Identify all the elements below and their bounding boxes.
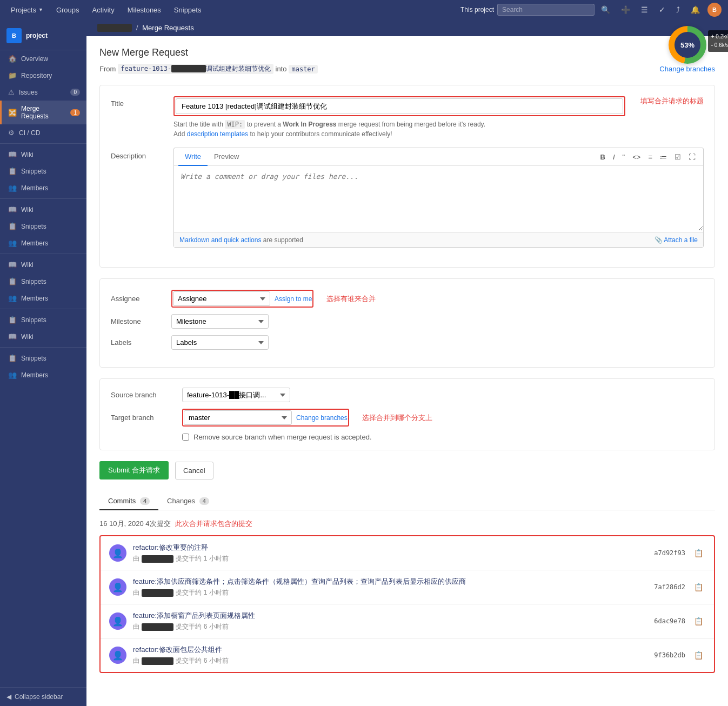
target-branch-select[interactable]: master bbox=[184, 410, 292, 425]
nav-groups[interactable]: Groups bbox=[52, 4, 84, 16]
sidebar-item-members-4[interactable]: 👥 Members bbox=[0, 367, 86, 383]
tab-commits[interactable]: Commits 4 bbox=[99, 492, 158, 510]
remove-source-label: Remove source branch when merge request … bbox=[193, 433, 372, 441]
sidebar-item-members-1[interactable]: 👥 Members bbox=[0, 179, 86, 196]
sidebar-item-label: Wiki bbox=[21, 151, 34, 158]
source-branch-label: Source branch bbox=[111, 391, 176, 399]
assignee-label: Assignee bbox=[111, 295, 165, 303]
collapse-sidebar-btn[interactable]: ◀ Collapse sidebar bbox=[0, 687, 86, 706]
change-branches-btn[interactable]: Change branches bbox=[296, 414, 348, 422]
sidebar-item-repository[interactable]: 📁 Repository bbox=[0, 67, 86, 84]
wiki-icon-2: 📖 bbox=[8, 205, 17, 214]
nav-milestones[interactable]: Milestones bbox=[123, 4, 165, 16]
members-icon-1: 👥 bbox=[8, 184, 17, 192]
submit-button[interactable]: Submit 合并请求 bbox=[99, 461, 169, 479]
sidebar-item-snippets-4[interactable]: 📋 Snippets bbox=[0, 311, 86, 328]
sidebar-item-snippets-1[interactable]: 📋 Snippets bbox=[0, 163, 86, 179]
commit-author-2 bbox=[142, 623, 173, 631]
copy-hash-btn-2[interactable]: 📋 bbox=[692, 616, 705, 627]
sidebar-project-avatar: B bbox=[6, 28, 22, 43]
sidebar-item-wiki-1[interactable]: 📖 Wiki bbox=[0, 146, 86, 163]
new-item-icon[interactable]: ➕ bbox=[618, 3, 633, 16]
description-textarea[interactable] bbox=[174, 166, 703, 231]
cancel-button[interactable]: Cancel bbox=[175, 462, 213, 479]
notifications-icon[interactable]: 🔔 bbox=[687, 3, 703, 16]
attach-file-btn[interactable]: 📎 Attach a file bbox=[654, 236, 698, 244]
quote-btn[interactable]: " bbox=[619, 152, 629, 162]
submit-area: Submit 合并请求 Cancel bbox=[99, 461, 715, 479]
copy-hash-btn-0[interactable]: 📋 bbox=[692, 548, 705, 558]
sidebar-item-wiki-4[interactable]: 📖 Wiki bbox=[0, 328, 86, 345]
assignee-select-wrapper: Assignee Assign to me bbox=[171, 290, 313, 308]
sidebar-item-snippets-5[interactable]: 📋 Snippets bbox=[0, 350, 86, 367]
sidebar-item-members-2[interactable]: 👥 Members bbox=[0, 235, 86, 251]
copy-hash-btn-3[interactable]: 📋 bbox=[692, 650, 705, 661]
sidebar-project-name: project bbox=[26, 32, 48, 39]
user-avatar[interactable]: B bbox=[707, 3, 722, 17]
ul-btn[interactable]: ≡ bbox=[645, 152, 656, 162]
markdown-link[interactable]: Markdown and quick actions bbox=[179, 236, 261, 244]
projects-chevron-icon: ▼ bbox=[38, 7, 43, 12]
fullscreen-btn[interactable]: ⛶ bbox=[685, 152, 699, 162]
sidebar-item-merge-requests[interactable]: 🔀 Merge Requests 1 bbox=[0, 101, 86, 124]
sidebar-item-wiki-2[interactable]: 📖 Wiki bbox=[0, 201, 86, 218]
bold-btn[interactable]: B bbox=[597, 152, 609, 162]
change-branches-link[interactable]: Change branches bbox=[659, 65, 715, 73]
collapse-icon: ◀ bbox=[6, 693, 11, 701]
from-branch-line: From feature-1013- 调试组建封装细节优化 into maste… bbox=[99, 64, 715, 74]
sidebar-item-issues[interactable]: ⚠ Issues 0 bbox=[0, 84, 86, 101]
commits-date-header: 16 10月, 2020 4次提交 此次合并请求包含的提交 bbox=[99, 519, 715, 529]
title-input[interactable] bbox=[176, 98, 623, 114]
italic-btn[interactable]: I bbox=[610, 152, 618, 162]
sidebar-project-header: B project bbox=[0, 24, 86, 50]
sidebar-item-members-3[interactable]: 👥 Members bbox=[0, 290, 86, 307]
commit-author-0 bbox=[142, 555, 173, 563]
nav-snippets[interactable]: Snippets bbox=[170, 4, 206, 16]
sidebar-item-cicd[interactable]: ⚙ CI / CD bbox=[0, 124, 86, 141]
wiki-icon-3: 📖 bbox=[8, 261, 17, 269]
snippets-icon-2: 📋 bbox=[8, 222, 17, 230]
tab-changes[interactable]: Changes 4 bbox=[158, 492, 218, 510]
wip-code: WIP: bbox=[225, 120, 245, 129]
copy-hash-btn-1[interactable]: 📋 bbox=[692, 582, 705, 592]
menu-icon[interactable]: ☰ bbox=[638, 3, 651, 16]
description-templates-link[interactable]: description templates bbox=[187, 130, 248, 138]
sidebar-item-label: Snippets bbox=[21, 316, 46, 324]
target-annotation: 选择合并到哪个分支上 bbox=[362, 413, 432, 423]
merge-requests-icon[interactable]: ⤴ bbox=[673, 3, 683, 16]
assignee-select[interactable]: Assignee bbox=[173, 291, 270, 306]
markdown-hint: Markdown and quick actions are supported bbox=[179, 236, 303, 244]
code-btn[interactable]: <> bbox=[629, 152, 644, 162]
stat-upload: + 0.2k/s bbox=[711, 32, 728, 41]
ol-btn[interactable]: ≔ bbox=[657, 152, 670, 162]
sidebar-item-overview[interactable]: 🏠 Overview bbox=[0, 50, 86, 67]
snippets-icon-4: 📋 bbox=[8, 316, 17, 324]
assignee-section: Assignee Assignee Assign to me 选择有谁来合并 M… bbox=[99, 278, 715, 368]
sidebar-item-wiki-3[interactable]: 📖 Wiki bbox=[0, 256, 86, 273]
sidebar-item-snippets-2[interactable]: 📋 Snippets bbox=[0, 218, 86, 235]
tab-preview[interactable]: Preview bbox=[208, 148, 245, 166]
milestone-select[interactable]: Milestone bbox=[171, 314, 269, 329]
sidebar-item-label: Overview bbox=[21, 55, 48, 63]
nav-activity[interactable]: Activity bbox=[88, 4, 119, 16]
tab-write[interactable]: Write bbox=[178, 148, 208, 166]
sidebar-item-snippets-3[interactable]: 📋 Snippets bbox=[0, 273, 86, 290]
labels-select[interactable]: Labels bbox=[171, 335, 269, 350]
top-navigation: Projects ▼ Groups Activity Milestones Sn… bbox=[0, 0, 728, 19]
nav-projects[interactable]: Projects ▼ bbox=[6, 4, 48, 16]
progress-stats: + 0.2k/s - 0.6k/s bbox=[708, 30, 728, 52]
title-label: Title bbox=[111, 96, 165, 108]
search-input[interactable] bbox=[497, 4, 595, 16]
search-icon[interactable]: 🔍 bbox=[598, 3, 613, 16]
assign-to-me-btn[interactable]: Assign to me bbox=[275, 295, 312, 303]
source-branch-select[interactable]: feature-1013-██接口调... bbox=[182, 388, 290, 402]
commit-avatar-0: 👤 bbox=[109, 544, 126, 562]
title-control-wrapper: Start the title with WIP: to prevent a W… bbox=[173, 96, 625, 139]
remove-source-checkbox[interactable] bbox=[182, 434, 189, 441]
commits-count-badge: 4 bbox=[140, 497, 150, 505]
checkbox-btn[interactable]: ☑ bbox=[671, 152, 684, 162]
issues-icon[interactable]: ✓ bbox=[656, 3, 669, 16]
commits-changes-tabs: Commits 4 Changes 4 bbox=[99, 492, 715, 510]
branch-section: Source branch feature-1013-██接口调... Targ… bbox=[99, 378, 715, 450]
project-name-redacted bbox=[97, 24, 132, 32]
